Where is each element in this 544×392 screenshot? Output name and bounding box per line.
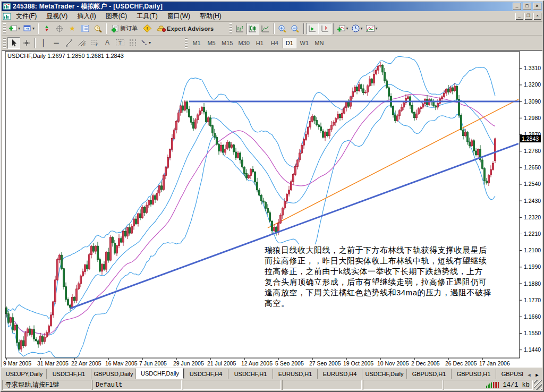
timeframe-button-m1[interactable]: M1	[190, 38, 203, 48]
annotation-line: 逢高放空，下周关注橘红色趋势线和34ma的压力，遇阻不破择	[265, 287, 504, 298]
vertical-line-button[interactable]: │	[37, 37, 50, 49]
dropdown-arrow-icon: ▾	[149, 40, 151, 45]
arrows-button[interactable]: ▾	[139, 37, 152, 49]
menu-item[interactable]: 显视(V)	[41, 11, 72, 22]
data-window-button[interactable]	[53, 23, 66, 35]
timeframe-button-mn[interactable]: MN	[312, 38, 326, 48]
timeframe-button-w1[interactable]: W1	[298, 38, 311, 48]
candlestick-chart-button[interactable]	[246, 23, 259, 35]
indicators-button[interactable]: ▾	[336, 23, 350, 35]
timeframe-button-m5[interactable]: M5	[205, 38, 218, 48]
horizontal-line-button[interactable]: ─	[50, 37, 63, 49]
menu-item[interactable]: 文件(F)	[11, 11, 41, 22]
annotation-line: 高空。	[265, 298, 504, 309]
chart-tab[interactable]: GBPUSD,H1	[407, 369, 452, 379]
zoom-in-button[interactable]	[276, 23, 289, 35]
metaeditor-button[interactable]: !	[141, 23, 154, 35]
timeframe-button-d1[interactable]: D1	[283, 38, 296, 48]
fibonacci-button[interactable]: F	[88, 37, 101, 49]
menu-item[interactable]: 窗口(W)	[163, 11, 195, 22]
chart-tab[interactable]: USDCHF,Daily	[136, 368, 184, 379]
window-title: 245388: MetaTrader - 模拟帐户 - [USDCHF,Dail…	[13, 2, 511, 11]
svg-text:9 Mar 2005: 9 Mar 2005	[3, 360, 31, 365]
chart-tab[interactable]: GBPUSD,Daily	[91, 369, 136, 379]
tab-scroll-right-icon[interactable]: ►	[533, 372, 541, 378]
timeframe-button-m30[interactable]: M30	[236, 38, 251, 48]
child-close-button[interactable]: ×	[533, 13, 541, 20]
text-label-button[interactable]: T	[114, 37, 126, 49]
minimize-button[interactable]: _	[513, 3, 521, 10]
toolbar-grip[interactable]	[185, 38, 188, 48]
chart-tab[interactable]: EURUSD,H4	[318, 369, 362, 379]
toolbar-separator	[35, 38, 36, 48]
chart-panel[interactable]: 1.33101.32001.30901.29801.28701.27601.26…	[2, 50, 542, 367]
svg-text:29 Jun 2005: 29 Jun 2005	[173, 360, 204, 365]
timeframe-button-h4[interactable]: H4	[268, 38, 282, 48]
child-minimize-button[interactable]: _	[515, 13, 523, 20]
dropdown-arrow-icon: ▾	[18, 26, 20, 31]
terminal-button[interactable]	[79, 23, 91, 35]
connection-bars-icon	[486, 381, 500, 388]
equidistant-channel-button[interactable]: E	[75, 37, 88, 49]
auto-scroll-icon	[308, 25, 316, 32]
cursor-button[interactable]	[7, 37, 20, 49]
templates-button[interactable]: ▾	[364, 23, 379, 35]
chart-tab[interactable]: USDCHF,H1	[47, 369, 91, 379]
status-template-name[interactable]: Default	[92, 380, 182, 390]
toolbar-grip[interactable]	[3, 23, 6, 34]
svg-text:1.2760: 1.2760	[524, 148, 541, 154]
chart-tab[interactable]: USDCHF,Daily	[362, 369, 407, 379]
svg-text:1.1660: 1.1660	[524, 313, 541, 320]
expert-advisors-button[interactable]: Expert Advisors	[154, 23, 217, 35]
menu-item[interactable]: 工具(T)	[132, 11, 162, 22]
text-button[interactable]: A	[101, 37, 114, 49]
metatrader-window: 245388: MetaTrader - 模拟帐户 - [USDCHF,Dail…	[0, 0, 544, 392]
toolbar-grip[interactable]	[230, 23, 232, 34]
chart-tab[interactable]: USDCHF,H4	[184, 369, 228, 379]
zoom-out-icon	[291, 25, 299, 32]
chart-tab[interactable]: GBPUSD,H1	[452, 369, 496, 379]
maximize-button[interactable]: □	[523, 3, 531, 10]
trendline-button[interactable]	[63, 37, 75, 49]
chart-shift-button[interactable]	[319, 23, 332, 35]
close-button[interactable]: ×	[533, 3, 541, 10]
auto-scroll-button[interactable]	[306, 23, 319, 35]
svg-text:1.1880: 1.1880	[524, 280, 541, 287]
price-chart[interactable]: 1.33101.32001.30901.29801.28701.27601.26…	[2, 51, 541, 365]
periods-button[interactable]: ▾	[350, 23, 364, 35]
chart-tab[interactable]: USDCHF,H1	[228, 369, 273, 379]
new-order-icon	[112, 25, 119, 32]
menu-item[interactable]: 帮助(H)	[195, 11, 226, 22]
chart-tabs: USDJPY,DailyUSDCHF,H1GBPUSD,DailyUSDCHF,…	[2, 368, 523, 379]
chart-tab[interactable]: USDJPY,Daily	[2, 369, 47, 379]
fibonacci-icon: F	[91, 39, 99, 47]
chart-tab[interactable]: EURUSD,H1	[273, 369, 318, 379]
timeframe-button-h1[interactable]: H1	[253, 38, 267, 48]
new-order-button[interactable]: 新订单	[108, 23, 141, 35]
new-chart-button[interactable]: ▾	[7, 23, 22, 35]
tab-scroll-left-icon[interactable]: ◄	[525, 372, 533, 378]
toolbar-grip[interactable]	[3, 38, 6, 48]
profiles-button[interactable]: ▾	[22, 23, 36, 35]
svg-text:E: E	[83, 43, 86, 47]
menu-item[interactable]: 插入(I)	[72, 11, 100, 22]
child-restore-button[interactable]: ❐	[524, 13, 532, 20]
svg-text:7 Jun 2005: 7 Jun 2005	[139, 360, 167, 365]
line-chart-button[interactable]	[259, 23, 272, 35]
crosshair-button[interactable]	[20, 37, 33, 49]
strategy-tester-button[interactable]	[91, 23, 104, 35]
title-bar[interactable]: 245388: MetaTrader - 模拟帐户 - [USDCHF,Dail…	[2, 2, 542, 11]
status-panel-empty	[183, 380, 281, 390]
chart-tab[interactable]: GBPUSD,H4	[496, 369, 523, 379]
bar-chart-button[interactable]	[234, 23, 246, 35]
cursor-arrow-icon	[11, 39, 18, 47]
trendline-icon	[65, 39, 73, 47]
market-watch-button[interactable]	[40, 23, 53, 35]
resize-grip[interactable]	[534, 380, 542, 390]
indicators-icon	[337, 25, 345, 32]
timeframe-button-m15[interactable]: M15	[219, 38, 235, 48]
navigator-button[interactable]: ★	[66, 23, 79, 35]
menu-item[interactable]: 图表(C)	[101, 11, 132, 22]
zoom-out-button[interactable]	[289, 23, 302, 35]
cycle-lines-button[interactable]	[126, 37, 139, 49]
